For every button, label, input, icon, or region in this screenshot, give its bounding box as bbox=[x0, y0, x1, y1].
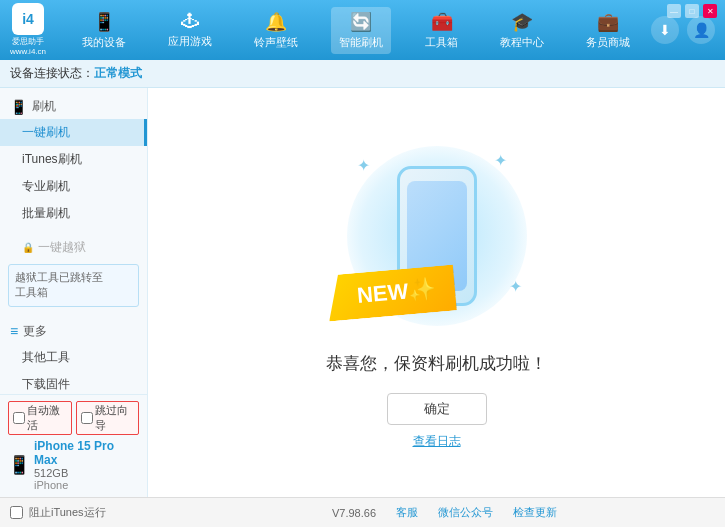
auto-activate-label: 自动激活 bbox=[27, 403, 67, 433]
nav-tab-services[interactable]: 💼 务员商城 bbox=[578, 7, 638, 54]
sidebar-wrapper: 📱 刷机 一键刷机 iTunes刷机 专业刷机 批量刷机 🔒 bbox=[0, 88, 148, 497]
maximize-button[interactable]: □ bbox=[685, 4, 699, 18]
sidebar: 📱 刷机 一键刷机 iTunes刷机 专业刷机 批量刷机 🔒 bbox=[0, 88, 148, 394]
footer: 阻止iTunes运行 V7.98.66 客服 微信公众号 检查更新 bbox=[0, 497, 725, 527]
sidebar-item-download-firmware[interactable]: 下载固件 bbox=[0, 371, 147, 394]
device-name: iPhone 15 Pro Max bbox=[34, 439, 139, 467]
more-section-icon: ≡ bbox=[10, 323, 18, 339]
minimize-button[interactable]: — bbox=[667, 4, 681, 18]
footer-link-3[interactable]: 检查更新 bbox=[513, 505, 557, 520]
nav-tab-smart-flash[interactable]: 🔄 智能刷机 bbox=[331, 7, 391, 54]
footer-link-2[interactable]: 微信公众号 bbox=[438, 505, 493, 520]
sidebar-item-batch-flash[interactable]: 批量刷机 bbox=[0, 200, 147, 227]
log-link[interactable]: 查看日志 bbox=[413, 433, 461, 450]
itunes-label: 阻止iTunes运行 bbox=[29, 505, 106, 520]
guided-setup-checkbox[interactable] bbox=[81, 412, 93, 424]
sidebar-item-itunes-flash[interactable]: iTunes刷机 bbox=[0, 146, 147, 173]
footer-main: V7.98.66 客服 微信公众号 检查更新 bbox=[174, 505, 715, 520]
sidebar-section-flash: 📱 刷机 bbox=[0, 94, 147, 119]
device-phone-icon: 📱 bbox=[8, 454, 30, 476]
device-storage: 512GB bbox=[34, 467, 139, 479]
auto-activate-group: 自动激活 bbox=[8, 401, 72, 435]
apps-games-icon: 🕹 bbox=[181, 11, 199, 32]
sidebar-item-one-key-flash[interactable]: 一键刷机 bbox=[0, 119, 147, 146]
footer-link-1[interactable]: 客服 bbox=[396, 505, 418, 520]
services-icon: 💼 bbox=[597, 11, 619, 33]
logo-area: i4 爱思助手 www.i4.cn bbox=[10, 3, 46, 56]
guided-setup-group: 跳过向导 bbox=[76, 401, 140, 435]
device-type: iPhone bbox=[34, 479, 139, 491]
status-mode: 正常模式 bbox=[94, 65, 142, 82]
sidebar-notice-box: 越狱工具已跳转至 工具箱 bbox=[8, 264, 139, 307]
nav-tab-my-device[interactable]: 📱 我的设备 bbox=[74, 7, 134, 54]
flash-section-icon: 📱 bbox=[10, 99, 27, 115]
success-text: 恭喜您，保资料刷机成功啦！ bbox=[326, 352, 547, 375]
sparkle-icon-1: ✦ bbox=[357, 156, 370, 175]
nav-tab-apps-games[interactable]: 🕹 应用游戏 bbox=[160, 7, 220, 53]
device-details: iPhone 15 Pro Max 512GB iPhone bbox=[34, 439, 139, 491]
device-panel: 自动激活 跳过向导 📱 iPhone 15 Pro Max 512GB iPho… bbox=[0, 394, 148, 497]
content-area: NEW✨ ✦ ✦ ✦ 恭喜您，保资料刷机成功啦！ 确定 查看日志 bbox=[148, 88, 725, 497]
itunes-checkbox[interactable] bbox=[10, 506, 23, 519]
sidebar-item-other-tools[interactable]: 其他工具 bbox=[0, 344, 147, 371]
phone-illustration: NEW✨ ✦ ✦ ✦ bbox=[337, 136, 537, 336]
main-layout: 📱 刷机 一键刷机 iTunes刷机 专业刷机 批量刷机 🔒 bbox=[0, 88, 725, 497]
user-button[interactable]: 👤 bbox=[687, 16, 715, 44]
logo-icon: i4 bbox=[12, 3, 44, 35]
sparkle-icon-3: ✦ bbox=[509, 277, 522, 296]
tutorials-icon: 🎓 bbox=[511, 11, 533, 33]
nav-tab-ringtones[interactable]: 🔔 铃声壁纸 bbox=[246, 7, 306, 54]
smart-flash-icon: 🔄 bbox=[350, 11, 372, 33]
guided-setup-label: 跳过向导 bbox=[95, 403, 135, 433]
footer-left: 阻止iTunes运行 bbox=[10, 505, 158, 520]
sidebar-section-more: ≡ 更多 bbox=[0, 319, 147, 344]
sidebar-item-pro-flash[interactable]: 专业刷机 bbox=[0, 173, 147, 200]
auto-activate-checkbox[interactable] bbox=[13, 412, 25, 424]
nav-tab-toolbox[interactable]: 🧰 工具箱 bbox=[417, 7, 466, 54]
toolbox-icon: 🧰 bbox=[431, 11, 453, 33]
nav-tab-tutorials[interactable]: 🎓 教程中心 bbox=[492, 7, 552, 54]
sparkle-icon-2: ✦ bbox=[494, 151, 507, 170]
status-bar: 设备连接状态： 正常模式 bbox=[0, 60, 725, 88]
device-checkbox-row: 自动激活 跳过向导 bbox=[8, 401, 139, 435]
download-button[interactable]: ⬇ bbox=[651, 16, 679, 44]
status-prefix: 设备连接状态： bbox=[10, 65, 94, 82]
header-right: ⬇ 👤 bbox=[651, 16, 715, 44]
close-button[interactable]: ✕ bbox=[703, 4, 717, 18]
header: i4 爱思助手 www.i4.cn 📱 我的设备 🕹 应用游戏 🔔 铃声壁纸 🔄… bbox=[0, 0, 725, 60]
nav-tabs: 📱 我的设备 🕹 应用游戏 🔔 铃声壁纸 🔄 智能刷机 🧰 工具箱 🎓 bbox=[61, 7, 651, 54]
logo-subtitle: 爱思助手 www.i4.cn bbox=[10, 37, 46, 56]
device-info: 📱 iPhone 15 Pro Max 512GB iPhone bbox=[8, 439, 139, 491]
ringtones-icon: 🔔 bbox=[265, 11, 287, 33]
confirm-button[interactable]: 确定 bbox=[387, 393, 487, 425]
my-device-icon: 📱 bbox=[93, 11, 115, 33]
win-controls: — □ ✕ bbox=[667, 4, 717, 18]
sidebar-disabled-jailbreak: 🔒 一键越狱 bbox=[0, 235, 147, 260]
version-text: V7.98.66 bbox=[332, 507, 376, 519]
